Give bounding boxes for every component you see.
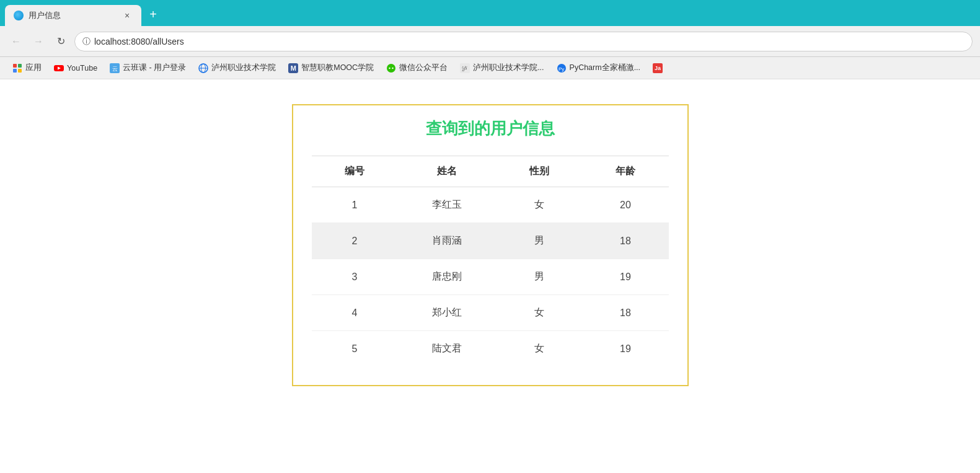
header-id: 编号 <box>312 156 398 187</box>
cell-name: 肖雨涵 <box>398 223 497 259</box>
cell-id: 2 <box>312 223 398 259</box>
cell-name: 李红玉 <box>398 187 497 223</box>
forward-icon: → <box>33 36 43 47</box>
table-row: 5 陆文君 女 19 <box>312 331 669 367</box>
table-row: 1 李红玉 女 20 <box>312 187 669 223</box>
browser-toolbar: ← → ↻ ⓘ localhost:8080/allUsers <box>0 26 980 57</box>
tab-close-button[interactable]: × <box>121 10 133 21</box>
yunbanke-label: 云班课 - 用户登录 <box>123 63 186 73</box>
cell-gender: 女 <box>496 331 582 367</box>
bookmark-pycharm[interactable]: Py PyCharm全家桶激... <box>552 61 646 75</box>
cell-age: 18 <box>582 295 668 331</box>
cell-age: 19 <box>582 259 668 295</box>
svg-rect-2 <box>13 69 17 73</box>
wechat-label: 微信公众平台 <box>399 63 448 73</box>
pycharm-icon: Py <box>557 63 567 73</box>
cell-name: 陆文君 <box>398 331 497 367</box>
bookmark-youtube[interactable]: YouTube <box>49 61 102 75</box>
bookmark-java[interactable]: Ja <box>648 61 671 75</box>
bookmark-lzit[interactable]: 泸州职业技术学院 <box>193 61 281 75</box>
table-row: 4 郑小红 女 18 <box>312 295 669 331</box>
globe-icon <box>198 63 208 73</box>
svg-point-12 <box>389 67 390 68</box>
svg-rect-3 <box>18 69 22 73</box>
tab-favicon <box>14 11 24 20</box>
svg-text:云: 云 <box>112 66 118 72</box>
cell-age: 20 <box>582 187 668 223</box>
svg-rect-0 <box>13 64 17 68</box>
url-text: localhost:8080/allUsers <box>94 37 965 46</box>
cell-gender: 女 <box>496 187 582 223</box>
user-table: 编号 姓名 性别 年龄 1 李红玉 女 20 2 肖雨涵 男 18 3 唐忠刚 … <box>312 156 669 366</box>
bookmark-apps[interactable]: 应用 <box>7 61 46 75</box>
youtube-label: YouTube <box>67 64 97 73</box>
cell-id: 1 <box>312 187 398 223</box>
back-icon: ← <box>11 36 21 47</box>
table-header-row: 编号 姓名 性别 年龄 <box>312 156 669 187</box>
yunbanke-icon: 云 <box>110 63 120 73</box>
header-age: 年龄 <box>582 156 668 187</box>
active-tab[interactable]: 用户信息 × <box>5 5 141 26</box>
lock-icon: ⓘ <box>82 36 90 47</box>
cell-id: 3 <box>312 259 398 295</box>
reload-button[interactable]: ↻ <box>52 33 69 50</box>
header-name: 姓名 <box>398 156 497 187</box>
svg-point-13 <box>392 67 393 68</box>
youtube-icon <box>54 63 64 73</box>
svg-rect-1 <box>18 64 22 68</box>
table-row: 3 唐忠刚 男 19 <box>312 259 669 295</box>
apps-icon <box>12 63 22 73</box>
reload-icon: ↻ <box>57 35 65 47</box>
new-tab-button[interactable]: + <box>144 5 162 24</box>
svg-point-11 <box>387 64 395 73</box>
lzit2-icon: 泸 <box>460 63 470 73</box>
forward-button[interactable]: → <box>30 33 47 50</box>
browser-window: 用户信息 × + ← → ↻ ⓘ localhost:8080/allUsers <box>0 0 980 473</box>
user-info-container: 查询到的用户信息 编号 姓名 性别 年龄 1 李红玉 女 20 2 肖雨涵 男 <box>292 104 689 386</box>
cell-id: 4 <box>312 295 398 331</box>
bookmark-mooc[interactable]: M 智慧职教MOOC学院 <box>283 61 379 75</box>
tab-title: 用户信息 <box>29 10 117 21</box>
cell-gender: 女 <box>496 295 582 331</box>
cell-gender: 男 <box>496 223 582 259</box>
bookmarks-bar: 应用 YouTube 云 云班课 - 用户登录 <box>0 57 980 79</box>
bookmark-wechat[interactable]: 微信公众平台 <box>381 61 452 75</box>
mooc-label: 智慧职教MOOC学院 <box>301 63 374 73</box>
cell-age: 19 <box>582 331 668 367</box>
pycharm-label: PyCharm全家桶激... <box>570 63 641 73</box>
svg-text:泸: 泸 <box>462 66 467 72</box>
bookmark-yunbanke[interactable]: 云 云班课 - 用户登录 <box>105 61 191 75</box>
apps-label: 应用 <box>25 63 42 73</box>
page-content: 查询到的用户信息 编号 姓名 性别 年龄 1 李红玉 女 20 2 肖雨涵 男 <box>0 79 980 473</box>
cell-id: 5 <box>312 331 398 367</box>
tab-bar: 用户信息 × + <box>0 0 980 26</box>
cell-name: 唐忠刚 <box>398 259 497 295</box>
lzit2-label: 泸州职业技术学院... <box>473 63 544 73</box>
cell-name: 郑小红 <box>398 295 497 331</box>
lzit-label: 泸州职业技术学院 <box>211 63 276 73</box>
table-row: 2 肖雨涵 男 18 <box>312 223 669 259</box>
back-button[interactable]: ← <box>7 33 25 50</box>
java-icon: Ja <box>653 63 663 73</box>
page-title: 查询到的用户信息 <box>312 118 669 146</box>
header-gender: 性别 <box>496 156 582 187</box>
mooc-icon: M <box>288 63 298 73</box>
bookmark-lzit2[interactable]: 泸 泸州职业技术学院... <box>455 61 549 75</box>
wechat-icon <box>386 63 396 73</box>
cell-gender: 男 <box>496 259 582 295</box>
address-bar[interactable]: ⓘ localhost:8080/allUsers <box>74 32 973 51</box>
cell-age: 18 <box>582 223 668 259</box>
svg-text:Py: Py <box>558 66 564 72</box>
